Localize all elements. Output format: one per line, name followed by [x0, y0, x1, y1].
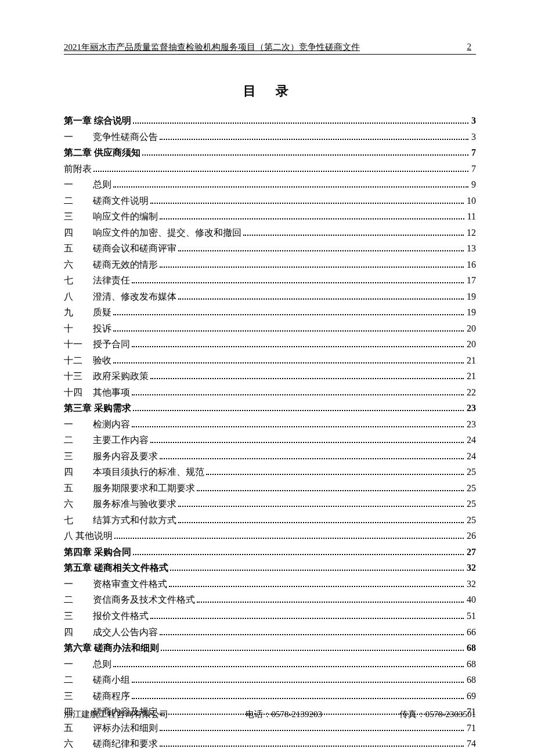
toc-entry-label: 二磋商文件说明 — [64, 193, 149, 209]
toc-row: 四响应文件的加密、提交、修改和撤回 12 — [64, 225, 476, 241]
toc-row: 三响应文件的编制 11 — [64, 208, 476, 225]
toc-page-number: 26 — [466, 528, 476, 544]
toc-leader — [133, 116, 468, 124]
toc-entry-label: 一检测内容 — [64, 416, 130, 433]
toc-row: 五评标办法和细则 71 — [64, 720, 476, 736]
toc-row: 十四其他事项 22 — [64, 384, 476, 401]
toc-entry-title: 政府采购政策 — [93, 371, 149, 381]
toc-entry-title: 竞争性磋商公告 — [93, 132, 158, 142]
page-footer: 浙江建航工程咨询有限公司 电话：0578-2139203 传真：0578-230… — [64, 709, 476, 720]
toc-entry-label: 二资信商务及技术文件格式 — [64, 592, 195, 608]
toc-entry-label: 第二章 供应商须知 — [64, 145, 140, 161]
toc-entry-title: 资格审查文件格式 — [93, 579, 167, 589]
toc-entry-title: 评标办法和细则 — [93, 723, 158, 733]
toc-entry-label: 一总则 — [64, 177, 111, 193]
toc-entry-title: 检测内容 — [93, 419, 130, 429]
toc-row: 十一授予合同 20 — [64, 336, 476, 352]
toc-row: 第二章 供应商须知 7 — [64, 145, 476, 161]
header-title: 2021年丽水市产品质量监督抽查检验机构服务项目（第二次）竞争性磋商文件 — [64, 42, 360, 53]
toc-entry-label: 第六章 磋商办法和细则 — [64, 640, 159, 656]
toc-leader — [132, 675, 464, 683]
toc-leader — [132, 420, 464, 427]
toc-row: 三磋商程序 69 — [64, 688, 476, 704]
toc-leader — [197, 596, 464, 603]
footer-company: 浙江建航工程咨询有限公司 — [64, 709, 168, 720]
toc-entry-label: 三响应文件的编制 — [64, 208, 158, 225]
toc-page-number: 24 — [466, 448, 476, 465]
toc-row: 第四章 采购合同 27 — [64, 544, 476, 560]
toc-entry-label: 一资格审查文件格式 — [64, 576, 167, 592]
toc-row: 十二验收 21 — [64, 352, 476, 369]
toc-entry-label: 第三章 采购需求 — [64, 400, 131, 416]
toc-leader — [113, 180, 468, 188]
toc-leader — [160, 132, 468, 140]
toc-page-number: 32 — [466, 560, 476, 576]
toc-page-number: 69 — [466, 688, 476, 704]
toc-entry-title: 授予合同 — [93, 339, 130, 349]
toc-entry-title: 其他事项 — [93, 387, 130, 397]
toc-leader — [133, 548, 464, 555]
toc-entry-title: 投诉 — [93, 323, 111, 333]
toc-entry-title: 响应文件的加密、提交、修改和撤回 — [93, 228, 241, 237]
footer-phone: 电话：0578-2139203 — [246, 709, 323, 720]
toc-entry-title: 总则 — [93, 659, 111, 669]
toc-row: 二磋商小组 68 — [64, 672, 476, 688]
toc-page-number: 10 — [466, 193, 476, 209]
toc-leader — [150, 611, 464, 619]
toc-leader — [114, 532, 464, 539]
toc-entry-label: 二磋商小组 — [64, 672, 130, 688]
toc-row: 四成交人公告内容 66 — [64, 624, 476, 640]
toc-page-number: 20 — [466, 336, 476, 352]
toc-entry-label: 七法律责任 — [64, 272, 130, 289]
toc-leader — [150, 372, 464, 379]
toc-row: 一检测内容 23 — [64, 416, 476, 433]
toc-leader — [160, 260, 464, 268]
toc-row: 第六章 磋商办法和细则 68 — [64, 640, 476, 656]
toc-page-number: 19 — [466, 304, 476, 321]
toc-page-number: 27 — [466, 544, 476, 560]
toc-entry-label: 二主要工作内容 — [64, 432, 149, 448]
toc-entry-title: 本项目须执行的标准、规范 — [93, 467, 204, 477]
toc-entry-title: 磋商会议和磋商评审 — [93, 243, 176, 253]
toc-row: 七法律责任 17 — [64, 272, 476, 289]
toc-entry-label: 三报价文件格式 — [64, 608, 149, 624]
toc-entry-label: 十二验收 — [64, 352, 111, 369]
toc-row: 八澄清、修改发布媒体 19 — [64, 289, 476, 305]
toc-page-number: 25 — [466, 464, 476, 480]
toc-entry-title: 综合说明 — [94, 116, 131, 125]
toc-leader — [178, 292, 464, 300]
toc-page-number: 7 — [470, 145, 476, 161]
toc-leader — [113, 660, 464, 667]
toc-heading: 目 录 — [64, 82, 476, 100]
toc-entry-title: 法律责任 — [93, 275, 130, 285]
toc-entry-label: 六磋商纪律和要求 — [64, 736, 158, 752]
toc-page-number: 66 — [466, 624, 476, 640]
toc-row: 十投诉 20 — [64, 321, 476, 337]
table-of-contents: 第一章 综合说明 3一竞争性磋商公告 3第二章 供应商须知 7前附表7一总则 9… — [64, 113, 476, 752]
toc-leader — [150, 196, 464, 204]
toc-entry-title: 结算方式和付款方式 — [93, 515, 176, 525]
toc-entry-label: 一竞争性磋商公告 — [64, 129, 158, 145]
toc-page-number: 22 — [466, 384, 476, 401]
toc-entry-title: 磋商纪律和要求 — [93, 739, 158, 748]
toc-row: 前附表7 — [64, 161, 476, 177]
toc-leader — [133, 404, 464, 411]
toc-entry-title: 磋商相关文件格式 — [94, 563, 168, 573]
toc-leader — [170, 564, 464, 571]
toc-leader — [178, 516, 464, 523]
toc-entry-label: 十一授予合同 — [64, 336, 130, 352]
toc-page-number: 3 — [470, 113, 476, 129]
toc-entry-title: 报价文件格式 — [93, 611, 149, 621]
toc-page-number: 23 — [466, 400, 476, 416]
footer-fax: 传真：0578-2303501 — [399, 709, 477, 720]
toc-entry-label: 四本项目须执行的标准、规范 — [64, 464, 204, 480]
toc-entry-title: 响应文件的编制 — [93, 211, 158, 221]
toc-entry-title: 服务期限要求和工期要求 — [93, 483, 195, 493]
toc-page-number: 20 — [466, 321, 476, 337]
toc-leader — [206, 468, 464, 476]
toc-row: 一总则 68 — [64, 656, 476, 672]
toc-entry-title: 成交人公告内容 — [93, 627, 158, 637]
toc-entry-label: 十投诉 — [64, 321, 111, 337]
toc-page-number: 74 — [466, 736, 476, 752]
toc-entry-title: 前附表 — [64, 164, 92, 174]
